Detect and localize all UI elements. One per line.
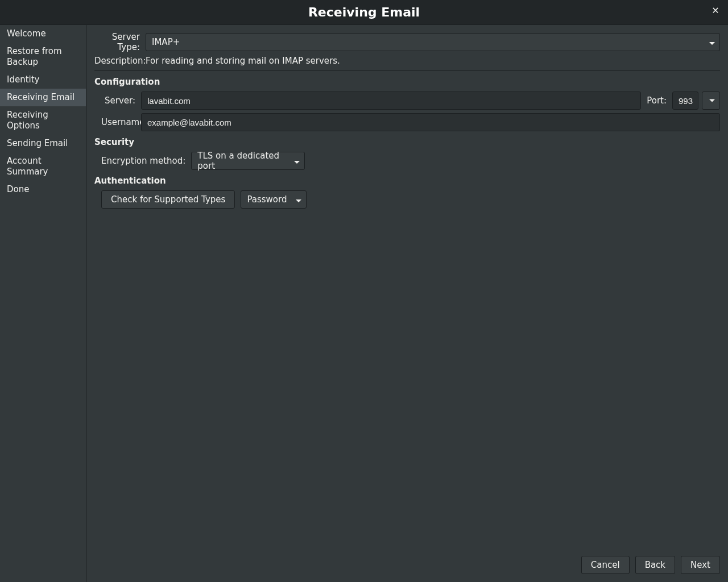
encryption-method-select[interactable]: TLS on a dedicated port [191,152,305,170]
sidebar-item-label: Identity [7,74,40,85]
security-header: Security [94,137,720,147]
sidebar-item-receiving-email[interactable]: Receiving Email [0,89,86,106]
auth-method-value: Password [247,194,287,205]
check-supported-types-button[interactable]: Check for Supported Types [101,190,235,209]
server-field-wrapper[interactable] [141,92,641,110]
sidebar-item-welcome[interactable]: Welcome [0,25,86,43]
check-supported-types-label: Check for Supported Types [111,194,225,205]
server-input[interactable] [147,96,635,106]
back-button[interactable]: Back [635,556,675,574]
server-label: Server: [101,95,135,106]
sidebar-item-label: Receiving Options [7,110,48,131]
chevron-down-icon [296,194,301,205]
port-label: Port: [647,95,667,106]
sidebar-item-receiving-options[interactable]: Receiving Options [0,106,86,135]
encryption-method-label: Encryption method: [101,156,185,166]
next-button[interactable]: Next [681,556,720,574]
port-input[interactable] [679,96,700,106]
chevron-down-icon [294,156,300,166]
sidebar-item-account-summary[interactable]: Account Summary [0,152,86,181]
sidebar-item-label: Restore from Backup [7,46,62,67]
server-type-label: Server Type: [94,32,140,52]
server-type-select[interactable]: IMAP+ [146,33,720,51]
cancel-button[interactable]: Cancel [581,556,630,574]
configuration-header: Configuration [94,77,720,87]
username-input[interactable] [147,118,714,127]
wizard-footer: Cancel Back Next [86,552,728,582]
sidebar-item-restore-from-backup[interactable]: Restore from Backup [0,43,86,71]
sidebar-item-done[interactable]: Done [0,181,86,198]
username-label: Username: [101,117,135,127]
auth-method-select[interactable]: Password [241,190,307,209]
separator [94,70,720,71]
chevron-down-icon [709,37,715,47]
wizard-sidebar: Welcome Restore from Backup Identity Rec… [0,25,86,582]
titlebar: Receiving Email ✕ [0,0,728,25]
back-button-label: Back [645,560,665,570]
description-text: For reading and storing mail on IMAP ser… [146,56,340,66]
sidebar-item-label: Receiving Email [7,92,75,102]
port-field-wrapper[interactable] [672,92,698,110]
sidebar-item-label: Done [7,184,29,194]
close-icon: ✕ [712,5,719,16]
sidebar-item-label: Welcome [7,28,46,39]
chevron-down-icon [709,99,715,102]
server-type-value: IMAP+ [152,37,180,47]
content-pane: Server Type: IMAP+ Description: For read… [86,25,728,582]
cancel-button-label: Cancel [591,560,620,570]
sidebar-item-identity[interactable]: Identity [0,71,86,89]
next-button-label: Next [690,560,710,570]
close-button[interactable]: ✕ [709,3,722,17]
description-label: Description: [94,56,140,66]
authentication-header: Authentication [94,176,720,186]
sidebar-item-sending-email[interactable]: Sending Email [0,135,86,152]
sidebar-item-label: Sending Email [7,138,68,148]
encryption-method-value: TLS on a dedicated port [197,151,288,171]
sidebar-item-label: Account Summary [7,156,48,177]
window-title: Receiving Email [308,5,420,19]
username-field-wrapper[interactable] [141,113,720,131]
port-dropdown-button[interactable] [702,92,720,110]
